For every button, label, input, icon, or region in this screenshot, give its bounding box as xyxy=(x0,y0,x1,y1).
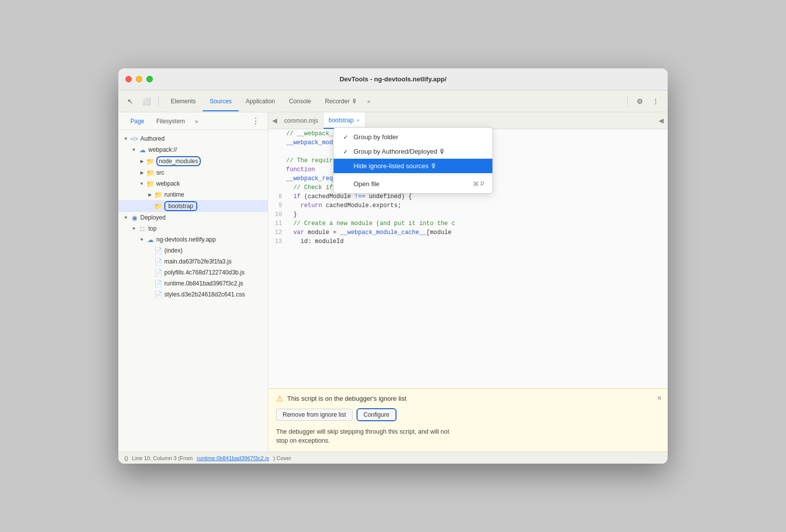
close-tab-bootstrap[interactable]: × xyxy=(357,117,360,123)
format-icon[interactable]: {} xyxy=(124,455,128,461)
device-icon[interactable]: ⬜ xyxy=(139,95,153,108)
runtime-link[interactable]: runtime.0b841bad3967f3c2.js xyxy=(197,455,269,461)
label-runtime: runtime xyxy=(164,191,184,198)
sub-tab-filesystem[interactable]: Filesystem xyxy=(150,115,191,127)
tree-item-node-modules[interactable]: ▶ 📁 node_modules xyxy=(118,155,268,167)
folder-icon-webpack: 📁 xyxy=(146,180,154,188)
more-options-icon[interactable]: ⋮ xyxy=(649,95,663,108)
file-icon-polyfills: 📄 xyxy=(154,268,162,276)
tree-item-runtime[interactable]: ▶ 📁 runtime xyxy=(118,189,268,200)
label-main: main.da63f7b2fe3f1fa3.js xyxy=(164,258,232,265)
folder-icon-src: 📁 xyxy=(146,169,154,177)
code-icon: </> xyxy=(130,135,138,143)
code-line-13: 13 id: moduleId xyxy=(268,237,668,246)
arrow-node-modules: ▶ xyxy=(138,158,145,165)
tree-item-webpack-folder[interactable]: ▼ 📁 webpack xyxy=(118,178,268,189)
tab-recorder[interactable]: Recorder 🎙 xyxy=(318,95,365,108)
tree-item-styles[interactable]: 📄 styles.d3e2b24618d2c641.css xyxy=(118,289,268,300)
configure-button[interactable]: Configure xyxy=(357,408,396,421)
file-icon-index: 📄 xyxy=(154,247,162,255)
maximize-button[interactable] xyxy=(146,76,153,82)
arrow-src: ▶ xyxy=(138,169,145,176)
title-bar: DevTools - ng-devtools.netlify.app/ xyxy=(118,68,668,90)
warning-icon: ⚠ xyxy=(276,394,283,403)
menu-item-group-folder[interactable]: ✓ Group by folder xyxy=(334,130,492,144)
tree-item-runtime-deployed[interactable]: 📄 runtime.0b841bad3967f3c2.js xyxy=(118,278,268,289)
ignore-banner-desc: The debugger will skip stepping through … xyxy=(268,425,668,452)
code-line-12: 12 var module = __webpack_module_cache__… xyxy=(268,228,668,237)
arrow-authored: ▼ xyxy=(122,135,129,142)
settings-icon[interactable]: ⚙ xyxy=(633,95,647,108)
file-icon-runtime: 📄 xyxy=(154,279,162,287)
arrow-polyfills xyxy=(146,269,153,276)
label-styles: styles.d3e2b24618d2c641.css xyxy=(164,291,245,298)
file-tree: ▼ </> Authored ▼ ☁ webpack:// ▶ 📁 node_m… xyxy=(118,130,268,303)
tree-item-webpack[interactable]: ▼ ☁ webpack:// xyxy=(118,144,268,155)
label-authored: Authored xyxy=(140,135,165,142)
file-tab-bootstrap[interactable]: bootstrap × xyxy=(324,112,365,129)
tree-item-ng-devtools[interactable]: ▼ ☁ ng-devtools.netlify.app xyxy=(118,234,268,245)
cursor-icon[interactable]: ↖ xyxy=(123,95,137,108)
file-icon-styles: 📄 xyxy=(154,290,162,298)
arrow-index xyxy=(146,247,153,254)
ignore-banner: ⚠ This script is on the debugger's ignor… xyxy=(268,388,668,452)
ignore-banner-header: ⚠ This script is on the debugger's ignor… xyxy=(268,389,668,406)
ignore-banner-title: This script is on the debugger's ignore … xyxy=(287,395,406,402)
tree-item-polyfills[interactable]: 📄 polyfills.4c768d7122740d3b.js xyxy=(118,267,268,278)
tree-item-main[interactable]: 📄 main.da63f7b2fe3f1fa3.js xyxy=(118,256,268,267)
label-group-folder: Group by folder xyxy=(354,133,398,141)
arrow-runtime-deployed xyxy=(146,280,153,287)
tree-item-authored[interactable]: ▼ </> Authored xyxy=(118,133,268,144)
tree-item-src[interactable]: ▶ 📁 src xyxy=(118,167,268,178)
code-line-11: 11 // Create a new module (and put it in… xyxy=(268,219,668,228)
menu-item-group-authored[interactable]: ✓ Group by Authored/Deployed 🎙 xyxy=(334,144,492,159)
main-toolbar: ↖ ⬜ Elements Sources Application Console… xyxy=(118,90,668,112)
tree-item-bootstrap[interactable]: 📁 bootstrap xyxy=(118,200,268,212)
file-icon-main: 📄 xyxy=(154,258,162,266)
label-webpack: webpack:// xyxy=(148,146,177,153)
file-tab-common[interactable]: common.mjs xyxy=(279,112,324,129)
menu-item-hide-ignore[interactable]: Hide ignore-listed sources 🎙 xyxy=(334,159,492,173)
label-src: src xyxy=(156,169,164,176)
deployed-icon: ◉ xyxy=(130,214,138,222)
ignore-close-button[interactable]: × xyxy=(657,394,662,403)
tab-console[interactable]: Console xyxy=(282,95,318,108)
left-panel: Page Filesystem » ⋮ ▼ </> Authored xyxy=(118,112,268,452)
tree-item-top[interactable]: ▼ □ top xyxy=(118,223,268,234)
label-hide-ignore: Hide ignore-listed sources 🎙 xyxy=(354,162,437,170)
tab-application[interactable]: Application xyxy=(239,95,282,108)
folder-icon-runtime: 📁 xyxy=(154,191,162,199)
label-webpack-folder: webpack xyxy=(156,180,180,187)
check-group-authored: ✓ xyxy=(342,148,350,155)
main-tab-group: Elements Sources Application Console Rec… xyxy=(164,95,622,108)
label-bootstrap: bootstrap xyxy=(164,201,197,211)
remove-ignore-button[interactable]: Remove from ignore list xyxy=(276,409,353,421)
label-ng-devtools: ng-devtools.netlify.app xyxy=(156,236,216,243)
right-panel: ◀ common.mjs bootstrap × ◀ // __webpack_… xyxy=(268,112,668,452)
more-tabs-button[interactable]: » xyxy=(365,96,374,106)
label-top: top xyxy=(148,225,157,232)
menu-separator xyxy=(334,175,492,175)
folder-icon-node-modules: 📁 xyxy=(146,157,154,165)
main-content: Page Filesystem » ⋮ ▼ </> Authored xyxy=(118,112,668,452)
collapse-left-icon[interactable]: ◀ xyxy=(272,117,277,124)
collapse-right-icon[interactable]: ◀ xyxy=(659,117,664,124)
minimize-button[interactable] xyxy=(136,76,142,82)
sub-tab-page[interactable]: Page xyxy=(124,115,150,127)
tree-item-index[interactable]: 📄 (index) xyxy=(118,245,268,256)
arrow-webpack: ▼ xyxy=(130,146,137,153)
arrow-ng-devtools: ▼ xyxy=(138,236,145,243)
cloud-icon-ng: ☁ xyxy=(146,236,154,244)
sub-more-button[interactable]: » xyxy=(191,116,202,126)
menu-item-open-file[interactable]: Open file ⌘ P xyxy=(334,177,492,191)
tab-sources[interactable]: Sources xyxy=(203,95,239,108)
sub-options-button[interactable]: ⋮ xyxy=(250,116,262,126)
status-text: Line 10, Column 3 (From xyxy=(132,455,193,461)
code-line-10: 10 } xyxy=(268,210,668,219)
close-button[interactable] xyxy=(125,76,132,82)
tab-elements[interactable]: Elements xyxy=(164,95,203,108)
tree-item-deployed[interactable]: ▼ ◉ Deployed xyxy=(118,212,268,223)
arrow-deployed: ▼ xyxy=(122,214,129,221)
toolbar-divider-1 xyxy=(158,96,159,106)
ignore-banner-buttons: Remove from ignore list Configure xyxy=(268,406,668,425)
